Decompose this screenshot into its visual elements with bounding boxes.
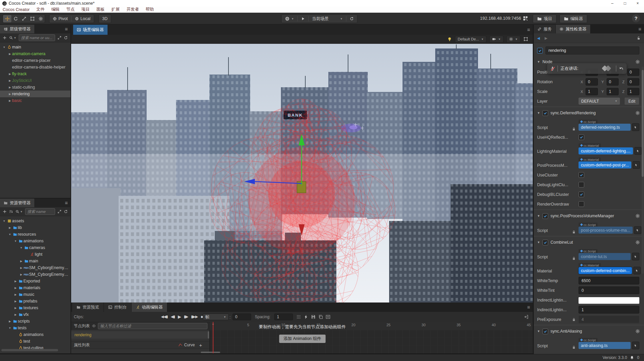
tree-node-basic[interactable]: ▶basic <box>0 97 70 104</box>
nav-forward-button[interactable]: ▶ <box>544 36 547 40</box>
tree-arrow[interactable]: ▶ <box>13 313 18 316</box>
checkbox[interactable] <box>542 240 548 245</box>
tree-node-editor-camera-disable-helper[interactable]: editor-camera-disable-helper <box>0 64 70 71</box>
gear-icon[interactable] <box>635 329 640 334</box>
tree-arrow[interactable]: ▶ <box>13 293 18 296</box>
asset-picker-button[interactable] <box>632 123 639 131</box>
tree-arrow[interactable]: ▼ <box>19 246 23 249</box>
tree-node-lib[interactable]: ▶lib <box>0 224 70 231</box>
assets-menu-icon[interactable]: ≡ <box>65 200 68 205</box>
move-tool-button[interactable] <box>3 15 11 22</box>
gear-icon[interactable] <box>635 240 640 245</box>
scene-viewport[interactable]: BANK <box>71 44 533 303</box>
auto-key-icon[interactable] <box>304 315 308 319</box>
clip-list-icon[interactable] <box>326 315 330 319</box>
asset-picker-button[interactable] <box>633 267 641 274</box>
menu-item-6[interactable]: 扩展 <box>108 7 123 12</box>
collapse-all-icon[interactable] <box>57 210 61 214</box>
rect-tool-button[interactable] <box>28 15 36 22</box>
scene-menu-icon[interactable]: ≡ <box>527 27 530 32</box>
rotation-z-input[interactable]: 0 <box>627 78 639 86</box>
menu-item-3[interactable]: 节点 <box>63 7 78 12</box>
refresh-icon[interactable] <box>64 210 68 214</box>
tab-service[interactable]: 服务 <box>534 25 556 33</box>
tree-node-scripts[interactable]: ▶scripts <box>0 318 70 325</box>
copy-clip-icon[interactable] <box>318 315 323 319</box>
tree-node-tests[interactable]: ▼tests <box>0 325 70 331</box>
sort-assets-icon[interactable] <box>9 210 13 214</box>
timeline-node-row[interactable]: rendering <box>71 331 209 339</box>
component-header[interactable]: ▼ sync.DeferredRendering <box>534 108 644 118</box>
undo-icon[interactable] <box>619 66 624 71</box>
checkbox[interactable] <box>542 213 548 219</box>
tree-node-music[interactable]: ▶music <box>0 291 70 298</box>
inspector-menu-icon[interactable]: ≡ <box>638 26 641 31</box>
tree-arrow[interactable]: ▶ <box>19 266 23 269</box>
checkbox[interactable] <box>542 110 548 116</box>
tab-asset-preview[interactable]: 资源预览 <box>72 303 104 312</box>
tree-node-SM_CyborgEnemy02_ba[interactable]: ▶FBXSM_CyborgEnemy02_ba <box>0 271 70 278</box>
value-input[interactable]: 4 <box>579 316 639 323</box>
tree-node-assets[interactable]: ▼assets <box>0 218 70 224</box>
tree-node-Exported[interactable]: ▶Exported <box>0 278 70 284</box>
tree-node-editor-camera-placer[interactable]: editor-camera-placer <box>0 57 70 64</box>
minimize-button[interactable]: – <box>606 0 619 7</box>
gear-icon[interactable] <box>635 111 640 115</box>
menu-item-5[interactable]: 面板 <box>93 7 108 12</box>
search-type-dropdown[interactable]: ▼ <box>15 210 23 214</box>
refresh-icon[interactable] <box>64 36 68 40</box>
scale-z-input[interactable]: 1 <box>627 88 639 95</box>
layer-edit-button[interactable]: Edit <box>624 97 639 105</box>
tab-animation-editor[interactable]: 动画编辑器 <box>132 303 168 312</box>
next-frame-button[interactable]: ▮▶ <box>184 315 188 319</box>
value-input[interactable]: 0 <box>579 286 639 294</box>
camera-preset-dropdown[interactable]: Default De...▼ <box>455 36 486 43</box>
asset-picker-button[interactable] <box>634 147 642 155</box>
tree-arrow[interactable]: ▶ <box>8 73 12 76</box>
tree-arrow[interactable]: ▶ <box>8 93 12 96</box>
tree-node-main[interactable]: ▼main <box>0 44 70 50</box>
gear-icon[interactable] <box>635 214 640 218</box>
tree-node-materials[interactable]: ▶materials <box>0 284 70 291</box>
asset-picker-button[interactable] <box>632 253 639 260</box>
curve-label[interactable]: Curve <box>184 343 195 347</box>
create-asset-button[interactable] <box>3 210 7 214</box>
tree-arrow[interactable]: ▶ <box>13 300 18 303</box>
tree-arrow[interactable]: ▼ <box>13 240 18 243</box>
tree-node-JoyStickUI[interactable]: ▶JoyStickUI <box>0 77 70 84</box>
tree-node-static-culling[interactable]: ▶static-culling <box>0 84 70 91</box>
menu-item-7[interactable]: 开发者 <box>123 7 143 12</box>
scene-camera-dropdown[interactable]: ▼ <box>489 36 503 43</box>
tree-node-fly-track[interactable]: ▶fly-track <box>0 71 70 77</box>
tree-node-cameras[interactable]: ▼cameras <box>0 244 70 251</box>
maximize-button[interactable]: □ <box>619 0 631 7</box>
qr-code-icon[interactable] <box>523 16 528 21</box>
tree-arrow[interactable]: ▶ <box>8 226 12 229</box>
tree-arrow[interactable]: ▶ <box>8 79 12 82</box>
tree-arrow[interactable]: ▶ <box>13 307 18 310</box>
prev-frame-button[interactable]: ◀▮ <box>171 315 175 319</box>
hierarchy-search-input[interactable] <box>19 34 55 41</box>
node-active-checkbox[interactable] <box>537 48 543 53</box>
tree-arrow[interactable]: ▶ <box>13 280 18 283</box>
tab-hierarchy[interactable]: 层级管理器 <box>0 25 35 33</box>
tree-node-rendering[interactable]: ▶rendering <box>0 91 70 97</box>
value-input[interactable]: 6500 <box>579 277 639 284</box>
asset-field[interactable]: custom-deferred-lighting.... <box>579 147 633 154</box>
tree-node-animation-camera[interactable]: ▶animation-camera <box>0 50 70 57</box>
add-property-button[interactable]: + <box>199 342 202 348</box>
scale-tool-button[interactable] <box>20 15 28 22</box>
timeline-ruler[interactable]: 51015202530354045 <box>210 322 533 330</box>
tree-node-resources[interactable]: ▼resources <box>0 231 70 238</box>
local-toggle-button[interactable]: Local <box>71 15 94 22</box>
frame-unit-dropdown[interactable]: 帧▼ <box>203 314 229 320</box>
tree-node-animations[interactable]: ▼animations <box>0 238 70 244</box>
tree-arrow[interactable]: ▶ <box>19 273 23 276</box>
component-header[interactable]: ▼ sync.PostProcessVolumeManager <box>534 211 644 221</box>
rotation-x-input[interactable]: 0 <box>586 78 598 86</box>
tree-node-prefabs[interactable]: ▶prefabs <box>0 298 70 305</box>
scene-settings-dropdown[interactable]: ▼ <box>506 36 520 43</box>
play-anim-button[interactable]: ▶ <box>178 314 181 319</box>
checkbox[interactable] <box>579 201 584 207</box>
frame-value-input[interactable]: 0 <box>232 314 251 320</box>
